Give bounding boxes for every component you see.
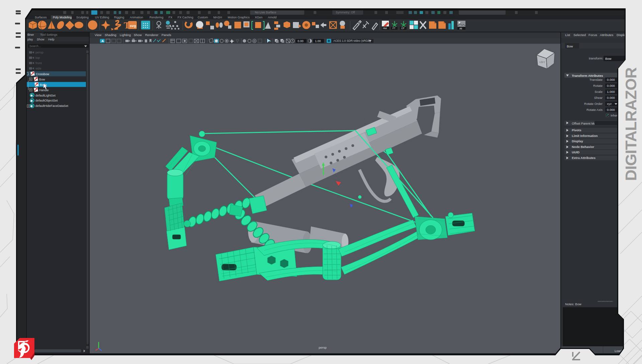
svg-text:svg: svg [130, 24, 136, 28]
svg-text:persp: persp [319, 346, 327, 349]
svg-text:Bow: Bow [39, 78, 45, 81]
svg-text:defaultHideFaceDataSet: defaultHideFaceDataSet [35, 104, 69, 108]
svg-text:All: All [459, 27, 462, 30]
svg-text:top: top [35, 56, 40, 59]
svg-text:ACES 1.0 SDR-video (sRGB): ACES 1.0 SDR-video (sRGB) [333, 39, 371, 42]
svg-text:1.00: 1.00 [315, 39, 321, 43]
svg-text:Crossbow: Crossbow [36, 72, 49, 76]
svg-text:front: front [35, 61, 42, 65]
svg-text:persp: persp [35, 50, 43, 54]
svg-text:Hist: Hist [383, 27, 387, 29]
svg-text:CP: CP [401, 27, 405, 29]
svg-text:LEFT: LEFT [539, 61, 545, 63]
svg-text:Handle: Handle [39, 88, 49, 92]
svg-text:side: side [35, 66, 41, 70]
svg-text:defaultObjectSet: defaultObjectSet [35, 99, 58, 102]
svg-text:defaultLightSet: defaultLightSet [35, 94, 56, 97]
svg-text:0.00: 0.00 [298, 39, 304, 43]
svg-text:FT: FT [393, 27, 396, 29]
